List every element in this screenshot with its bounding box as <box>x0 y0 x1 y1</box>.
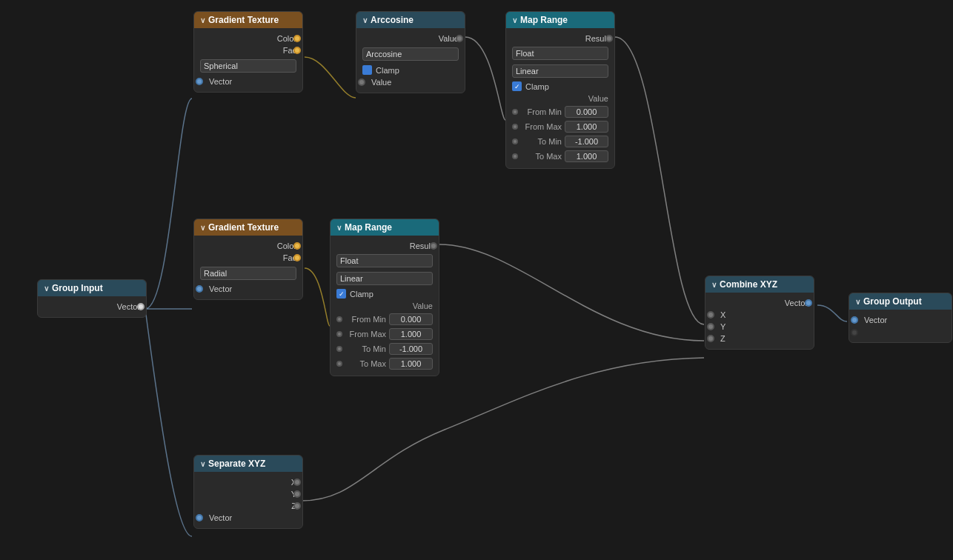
from-min-socket-2 <box>336 316 342 322</box>
z-out-row: Z <box>200 500 296 512</box>
to-min-label-2: To Min <box>345 344 386 353</box>
vector-socket-out <box>137 303 145 310</box>
gradient-type-dropdown-2[interactable]: Radial <box>200 267 296 280</box>
z-socket-out <box>293 502 301 510</box>
group-input-node: ∨ Group Input Vector <box>37 279 147 318</box>
from-max-socket-2 <box>336 331 342 337</box>
from-max-label-2: From Max <box>345 330 386 339</box>
collapse-arrow-cxyz[interactable]: ∨ <box>711 281 717 289</box>
clamp-checkbox[interactable] <box>362 65 372 75</box>
from-max-label: From Max <box>521 122 562 131</box>
go-vector-row: Vector <box>855 314 946 326</box>
x-in-label: X <box>720 310 725 319</box>
map-range-2-node: ∨ Map Range Result Float Linear ✓ Clamp <box>330 219 439 376</box>
mr1-dropdown2[interactable]: Linear <box>512 64 608 78</box>
collapse-arrow-gt1[interactable]: ∨ <box>200 16 205 24</box>
value-in-row: Value <box>362 76 459 88</box>
x-socket-out <box>293 479 301 486</box>
from-max-row-2: From Max 1.000 <box>336 327 433 341</box>
collapse-arrow-mr1[interactable]: ∨ <box>512 16 517 24</box>
group-input-vector-row: Vector <box>44 301 140 313</box>
result-socket-out-2 <box>430 242 437 250</box>
vector-out-row: Vector <box>711 297 808 309</box>
vector-in-row-sxyz: Vector <box>200 512 296 524</box>
to-min-value[interactable]: -1.000 <box>565 136 608 147</box>
to-min-socket-2 <box>336 346 342 352</box>
mr2-dropdown2[interactable]: Linear <box>336 272 433 285</box>
mr1-clamp-checkbox[interactable]: ✓ <box>512 81 522 91</box>
x-out-row: X <box>200 476 296 488</box>
mr1-clamp-label: Clamp <box>525 82 549 91</box>
mr2-clamp-checkbox[interactable]: ✓ <box>336 289 346 299</box>
group-output-title: Group Output <box>863 296 922 307</box>
go-vector-label: Vector <box>864 316 887 324</box>
result-row-2: Result <box>336 240 433 252</box>
y-in-label: Y <box>720 322 725 331</box>
y-socket-in <box>707 323 714 330</box>
to-max-value-2[interactable]: 1.000 <box>389 358 433 370</box>
vector-out-socket <box>805 299 812 307</box>
value-out-socket <box>456 35 463 42</box>
from-min-label-2: From Min <box>345 315 386 324</box>
from-max-value[interactable]: 1.000 <box>565 121 608 133</box>
to-max-label-2: To Max <box>345 359 386 368</box>
map-range-1-node: ∨ Map Range Result Float Linear ✓ Clamp <box>505 11 615 169</box>
mr2-dropdown1[interactable]: Float <box>336 254 433 267</box>
map-range-1-header: ∨ Map Range <box>506 12 614 28</box>
collapse-arrow-mr2[interactable]: ∨ <box>336 224 342 232</box>
separate-xyz-node: ∨ Separate XYZ X Y Z Vector <box>193 455 303 529</box>
fac-row: Fac <box>200 44 296 56</box>
y-in-row: Y <box>711 321 808 333</box>
fac-row-2: Fac <box>200 252 296 264</box>
to-min-row-2: To Min -1.000 <box>336 341 433 356</box>
separate-xyz-header: ∨ Separate XYZ <box>194 456 302 472</box>
group-input-title: Group Input <box>52 283 103 293</box>
collapse-arrow[interactable]: ∨ <box>44 284 49 293</box>
color-socket-out-2 <box>293 242 301 250</box>
to-min-value-2[interactable]: -1.000 <box>389 343 433 355</box>
vector-label-in-2: Vector <box>209 284 232 293</box>
fac-socket-out <box>293 47 301 54</box>
collapse-arrow-ac[interactable]: ∨ <box>362 16 368 24</box>
collapse-arrow-go[interactable]: ∨ <box>855 298 860 306</box>
arccosine-header: ∨ Arccosine <box>356 12 465 28</box>
from-min-value[interactable]: 0.000 <box>565 106 608 118</box>
group-output-node: ∨ Group Output Vector <box>849 293 952 343</box>
from-max-value-2[interactable]: 1.000 <box>389 328 433 340</box>
vector-socket-in <box>196 78 203 85</box>
collapse-arrow-gt2[interactable]: ∨ <box>200 224 205 232</box>
to-max-value[interactable]: 1.000 <box>565 150 608 162</box>
mr1-dropdown1[interactable]: Float <box>512 47 608 60</box>
gradient-texture-1-title: Gradient Texture <box>208 15 279 25</box>
to-min-label: To Min <box>521 137 562 146</box>
map-range-2-title: Map Range <box>345 222 392 233</box>
go-vector-socket-in <box>851 316 858 324</box>
arccosine-dropdown[interactable]: Arccosine <box>362 47 459 61</box>
fac-socket-out-2 <box>293 254 301 261</box>
value-in-label: Value <box>371 78 391 87</box>
go-extra-socket <box>851 329 858 336</box>
combine-xyz-header: ∨ Combine XYZ <box>705 276 814 293</box>
vector-label-in: Vector <box>209 77 232 86</box>
vector-in-row-2: Vector <box>200 283 296 295</box>
z-in-label: Z <box>720 334 725 343</box>
clamp-label: Clamp <box>376 66 399 75</box>
from-min-row: From Min 0.000 <box>512 104 608 119</box>
vector-socket-in-2 <box>196 285 203 293</box>
color-row-2: Color <box>200 240 296 252</box>
color-socket-out <box>293 35 301 42</box>
to-max-socket-2 <box>336 361 342 367</box>
collapse-arrow-sxyz[interactable]: ∨ <box>200 460 205 468</box>
clamp-row: Clamp <box>362 64 459 76</box>
combine-xyz-node: ∨ Combine XYZ Vector X Y Z <box>705 276 814 350</box>
combine-xyz-title: Combine XYZ <box>720 279 777 290</box>
y-socket-out <box>293 490 301 498</box>
to-max-label: To Max <box>521 152 562 161</box>
mr2-clamp-label: Clamp <box>350 290 373 299</box>
from-min-value-2[interactable]: 0.000 <box>389 313 433 325</box>
group-input-header: ∨ Group Input <box>38 280 146 296</box>
value-in-socket <box>358 79 365 86</box>
from-max-row: From Max 1.000 <box>512 119 608 134</box>
gradient-type-dropdown-1[interactable]: Spherical <box>200 59 296 73</box>
x-socket-in <box>707 311 714 319</box>
